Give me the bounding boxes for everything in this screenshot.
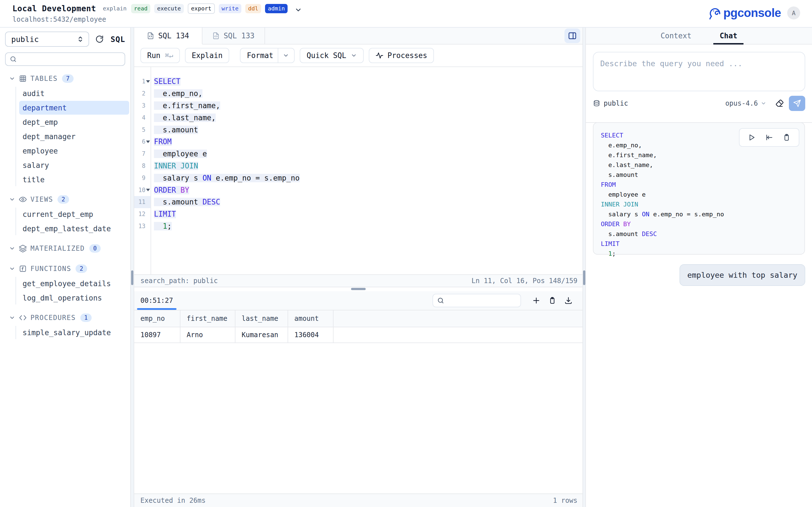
- copy-results-icon[interactable]: [548, 296, 557, 305]
- code-line-9[interactable]: salary s ON e.emp_no = s.emp_no: [154, 172, 582, 184]
- gutter-line-2[interactable]: 2: [134, 88, 151, 100]
- add-tab-icon[interactable]: [532, 296, 541, 305]
- code-line-5[interactable]: s.amount: [154, 124, 582, 136]
- tree-item-dept_manager[interactable]: dept_manager: [0, 129, 130, 144]
- tree-item-simple_salary_update[interactable]: simple_salary_update: [0, 325, 130, 340]
- chat-input[interactable]: Describe the query you need ...: [593, 52, 805, 91]
- sql-mode-label[interactable]: SQL: [110, 35, 125, 44]
- gutter-line-5[interactable]: 5: [134, 124, 151, 136]
- schema-select[interactable]: public: [5, 32, 89, 47]
- gutter-line-9[interactable]: 9: [134, 172, 151, 184]
- copy-sql-icon[interactable]: [782, 133, 791, 142]
- tree-group-views[interactable]: VIEWS2: [0, 192, 130, 207]
- tree-item-dept_emp_latest_date[interactable]: dept_emp_latest_date: [0, 221, 130, 236]
- card-code-line-12: LIMIT: [601, 239, 804, 249]
- insert-to-editor-icon[interactable]: [765, 133, 773, 142]
- tab-sql-133[interactable]: SQL 133: [202, 27, 265, 44]
- chevron-down-icon[interactable]: [295, 6, 302, 13]
- table-cell: 136004: [288, 327, 334, 342]
- column-header-amount[interactable]: amount: [288, 311, 334, 327]
- sql-editor[interactable]: 12345678910111213 SELECT e.emp_no, e.fir…: [134, 67, 582, 274]
- code-line-3[interactable]: e.first_name,: [154, 100, 582, 112]
- table-row[interactable]: 10897ArnoKumaresan136004: [134, 327, 582, 343]
- gutter-line-1[interactable]: 1: [134, 75, 151, 88]
- quick-sql-button[interactable]: Quick SQL: [300, 48, 364, 63]
- avatar[interactable]: A: [787, 6, 800, 19]
- code-line-6[interactable]: FROM: [154, 136, 582, 148]
- tree-item-log_dml_operations[interactable]: log_dml_operations: [0, 291, 130, 305]
- tree-group-functions[interactable]: FUNCTIONS2: [0, 261, 130, 276]
- sql-file-icon: [212, 32, 220, 40]
- chat-schema-chip[interactable]: public: [593, 100, 628, 107]
- code-line-7[interactable]: employee e: [154, 148, 582, 160]
- sidebar-search-input[interactable]: [5, 52, 125, 66]
- panel-right-icon: [568, 31, 577, 40]
- gutter-line-3[interactable]: 3: [134, 100, 151, 112]
- send-button[interactable]: [789, 96, 805, 111]
- gutter-line-11[interactable]: 11: [134, 196, 151, 208]
- tree-item-dept_emp[interactable]: dept_emp: [0, 115, 130, 129]
- tree-group-materialized[interactable]: MATERIALIZED0: [0, 241, 130, 256]
- tree-item-salary[interactable]: salary: [0, 158, 130, 172]
- refresh-icon[interactable]: [95, 35, 104, 43]
- gutter-line-13[interactable]: 13: [134, 220, 151, 232]
- code-line-11[interactable]: s.amount DESC: [154, 196, 582, 208]
- gutter-line-7[interactable]: 7: [134, 148, 151, 160]
- tree-item-department[interactable]: department: [0, 101, 130, 115]
- code-line-4[interactable]: e.last_name,: [154, 112, 582, 124]
- card-code-line-9: salary s ON e.emp_no = s.emp_no: [601, 209, 804, 219]
- column-header-emp_no[interactable]: emp_no: [134, 311, 181, 327]
- tree-group-procedures[interactable]: PROCEDURES1: [0, 310, 130, 325]
- code-line-13[interactable]: 1;: [154, 220, 582, 232]
- tree-item-get_employee_details[interactable]: get_employee_details: [0, 276, 130, 291]
- editor-pane: SQL 134 SQL 133 Run⌘↵ Explain Format: [134, 27, 582, 507]
- card-code-line-6: FROM: [601, 180, 804, 189]
- chevron-down-icon: [9, 196, 15, 203]
- chevron-down-icon: [283, 52, 289, 59]
- code-line-12[interactable]: LIMIT: [154, 208, 582, 220]
- column-header-last_name[interactable]: last_name: [236, 311, 288, 327]
- results-search-input[interactable]: [433, 294, 521, 307]
- code-line-1[interactable]: SELECT: [154, 75, 582, 88]
- gutter-line-6[interactable]: 6: [134, 136, 151, 148]
- gutter-line-8[interactable]: 8: [134, 160, 151, 172]
- model-select[interactable]: opus-4.6: [725, 100, 766, 107]
- tab-chat[interactable]: Chat: [713, 27, 744, 44]
- run-button[interactable]: Run⌘↵: [140, 48, 180, 63]
- tree-item-current_dept_emp[interactable]: current_dept_emp: [0, 207, 130, 221]
- column-header-first_name[interactable]: first_name: [181, 311, 236, 327]
- gutter-line-10[interactable]: 10: [134, 184, 151, 196]
- code-line-10[interactable]: ORDER BY: [154, 184, 582, 196]
- card-code-line-3: e.first_name,: [601, 150, 804, 160]
- code-line-8[interactable]: INNER JOIN: [154, 160, 582, 172]
- tree-item-employee[interactable]: employee: [0, 144, 130, 158]
- panel-toggle-button[interactable]: [564, 29, 580, 43]
- results-resize-handle[interactable]: [134, 287, 582, 291]
- sidebar-resize-handle[interactable]: [130, 27, 134, 507]
- permission-badges: explainreadexecuteexportwriteddladmin: [102, 3, 288, 14]
- tree-item-title[interactable]: title: [0, 172, 130, 187]
- card-code-line-7: employee e: [601, 189, 804, 200]
- processes-button[interactable]: Processes: [369, 48, 434, 63]
- explain-button[interactable]: Explain: [185, 48, 230, 63]
- tab-sql-134[interactable]: SQL 134: [134, 27, 202, 45]
- fold-arrow-icon: [146, 189, 150, 191]
- tree-group-tables[interactable]: TABLES7: [0, 71, 130, 86]
- run-sql-icon[interactable]: [748, 133, 756, 142]
- tree-group-count: 0: [89, 244, 101, 252]
- database-icon: [593, 100, 600, 107]
- tree-item-audit[interactable]: audit: [0, 86, 130, 101]
- card-code-line-13: 1;: [601, 249, 804, 259]
- panel-resize-handle[interactable]: [582, 27, 586, 507]
- gutter-line-12[interactable]: 12: [134, 208, 151, 220]
- permission-badge-write: write: [219, 4, 241, 13]
- tab-context[interactable]: Context: [654, 27, 698, 44]
- format-button[interactable]: Format: [240, 48, 295, 63]
- download-results-icon[interactable]: [564, 296, 573, 305]
- gutter-line-4[interactable]: 4: [134, 112, 151, 124]
- results-tab-timer[interactable]: 00:51:27: [140, 291, 173, 310]
- editor-toolbar: Run⌘↵ Explain Format Quick SQL Processes: [134, 45, 582, 67]
- eraser-icon: [775, 99, 784, 108]
- code-line-2[interactable]: e.emp_no,: [154, 88, 582, 100]
- clear-chat-button[interactable]: [775, 99, 784, 108]
